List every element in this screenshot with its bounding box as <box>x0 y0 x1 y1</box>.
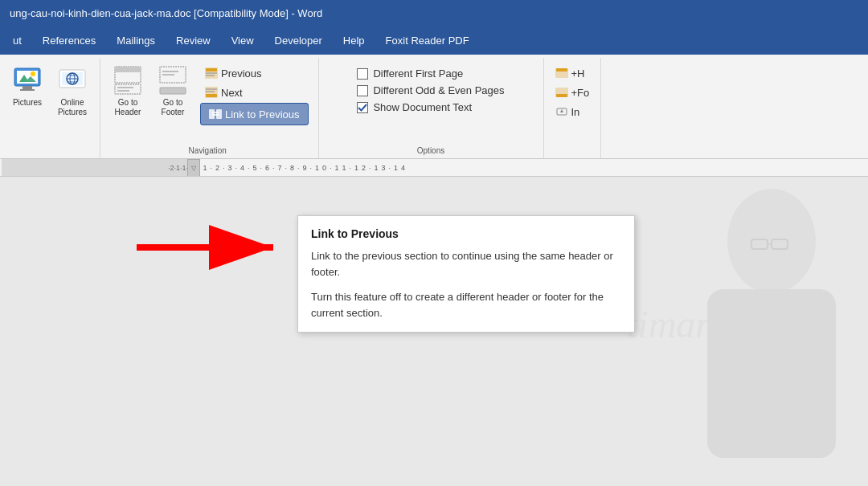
link-to-previous-button[interactable]: Link to Previous <box>200 103 309 125</box>
tooltip-title: Link to Previous <box>311 227 621 240</box>
menu-bar: ut References Mailings Review View Devel… <box>0 26 868 55</box>
menu-help[interactable]: Help <box>334 30 375 51</box>
footer-position-button[interactable]: +Fo <box>551 84 595 101</box>
pictures-buttons: Pictures OnlinePictures <box>6 61 93 158</box>
go-to-header-button[interactable]: Go toHeader <box>107 61 149 120</box>
previous-icon <box>205 67 218 80</box>
footer-pos-icon <box>555 86 568 99</box>
navigation-group-label: Navigation <box>107 145 309 158</box>
link-to-previous-label: Link to Previous <box>225 108 300 120</box>
title-bar: ung-cau-noi-kinh-dien-cua-jack-ma.doc [C… <box>0 0 868 26</box>
red-arrow <box>129 223 289 272</box>
previous-label: Previous <box>221 67 262 80</box>
svg-point-6 <box>31 71 35 76</box>
navigation-small-buttons: Previous Next <box>200 61 309 125</box>
previous-button[interactable]: Previous <box>200 64 309 82</box>
document-area: timang Link to Previous Link to the prev… <box>0 177 868 486</box>
header-pos-label: +H <box>571 67 585 80</box>
pictures-icon <box>11 64 43 96</box>
different-first-page-row: Different First Page <box>357 67 504 80</box>
ruler-content: ·2·1·1·2 ▽ ·1·2·3·4·5·6·7·8·9·10·11·12·1… <box>2 159 866 176</box>
tooltip-box: Link to Previous Link to the previous se… <box>297 215 635 333</box>
svg-rect-38 <box>556 94 567 97</box>
ruler-left: ·2·1·1·2 ▽ <box>2 159 194 176</box>
go-to-footer-button[interactable]: Go toFooter <box>152 61 194 120</box>
tooltip-paragraph-2: Turn this feature off to create a differ… <box>311 289 621 321</box>
svg-rect-2 <box>23 86 32 89</box>
options-checkboxes: Different First Page Different Odd & Eve… <box>347 61 514 120</box>
svg-rect-22 <box>160 88 186 94</box>
svg-rect-31 <box>209 109 215 119</box>
ribbon-group-navigation: Go toHeader Go toFooter <box>100 58 319 158</box>
title-text: ung-cau-noi-kinh-dien-cua-jack-ma.doc [C… <box>10 7 322 19</box>
ribbon-group-options: Different First Page Different Odd & Eve… <box>319 58 544 158</box>
svg-rect-3 <box>20 89 35 91</box>
position-content: +H +Fo <box>551 61 595 158</box>
pictures-label: Pictures <box>13 98 42 108</box>
link-to-previous-icon <box>209 108 222 120</box>
menu-mailings[interactable]: Mailings <box>107 30 165 51</box>
ribbon-group-pictures: Pictures OnlinePictures <box>0 58 100 158</box>
show-document-text-row: Show Document Text <box>357 101 504 113</box>
svg-rect-28 <box>206 94 217 97</box>
header-position-button[interactable]: +H <box>551 64 595 82</box>
online-pictures-icon <box>56 64 88 96</box>
svg-text:timang: timang <box>627 303 734 345</box>
go-to-header-label: Go toHeader <box>115 98 141 117</box>
align-tab-icon <box>555 105 568 118</box>
tooltip-paragraph-1: Link to the previous section to continue… <box>311 248 621 280</box>
menu-layout[interactable]: ut <box>3 30 31 51</box>
ribbon: Pictures OnlinePictures <box>0 55 868 159</box>
position-small-buttons: +H +Fo <box>551 61 595 120</box>
next-button[interactable]: Next <box>200 84 309 101</box>
next-icon <box>205 86 218 99</box>
online-pictures-label: OnlinePictures <box>58 98 87 117</box>
header-pos-icon <box>555 67 568 80</box>
pictures-button[interactable]: Pictures <box>6 61 48 111</box>
menu-review[interactable]: Review <box>166 30 220 51</box>
ruler-right: ·1·2·3·4·5·6·7·8·9·10·11·12·13·14 <box>194 159 866 176</box>
next-label: Next <box>221 87 243 99</box>
svg-rect-36 <box>556 68 567 71</box>
go-to-header-icon <box>112 64 144 96</box>
different-odd-even-checkbox[interactable] <box>357 85 368 96</box>
svg-rect-16 <box>115 84 141 94</box>
show-document-text-label: Show Document Text <box>373 101 472 113</box>
options-content: Different First Page Different Odd & Eve… <box>347 61 514 145</box>
different-first-page-label: Different First Page <box>373 67 463 80</box>
go-to-footer-icon <box>157 64 189 96</box>
menu-references[interactable]: References <box>33 30 105 51</box>
ribbon-group-position: +H +Fo <box>544 58 602 158</box>
alignment-tab-label: In <box>571 106 580 118</box>
menu-view[interactable]: View <box>222 30 264 51</box>
svg-rect-15 <box>115 67 141 72</box>
navigation-content: Go toHeader Go toFooter <box>107 61 309 145</box>
different-odd-even-label: Different Odd & Even Pages <box>373 84 504 96</box>
different-odd-even-row: Different Odd & Even Pages <box>357 84 504 96</box>
online-pictures-button[interactable]: OnlinePictures <box>51 61 93 120</box>
menu-foxit[interactable]: Foxit Reader PDF <box>376 30 479 51</box>
options-group-label: Options <box>326 145 537 158</box>
svg-rect-24 <box>206 68 217 71</box>
svg-rect-32 <box>216 109 222 119</box>
document-page: timang Link to Previous Link to the prev… <box>0 177 868 486</box>
alignment-tab-button[interactable]: In <box>551 103 595 120</box>
go-to-footer-label: Go toFooter <box>162 98 185 117</box>
show-document-text-checkbox[interactable] <box>357 102 368 113</box>
ruler: ·2·1·1·2 ▽ ·1·2·3·4·5·6·7·8·9·10·11·12·1… <box>0 159 868 177</box>
footer-pos-label: +Fo <box>571 87 590 99</box>
different-first-page-checkbox[interactable] <box>357 68 368 80</box>
menu-developer[interactable]: Developer <box>265 30 332 51</box>
svg-marker-40 <box>560 109 563 112</box>
